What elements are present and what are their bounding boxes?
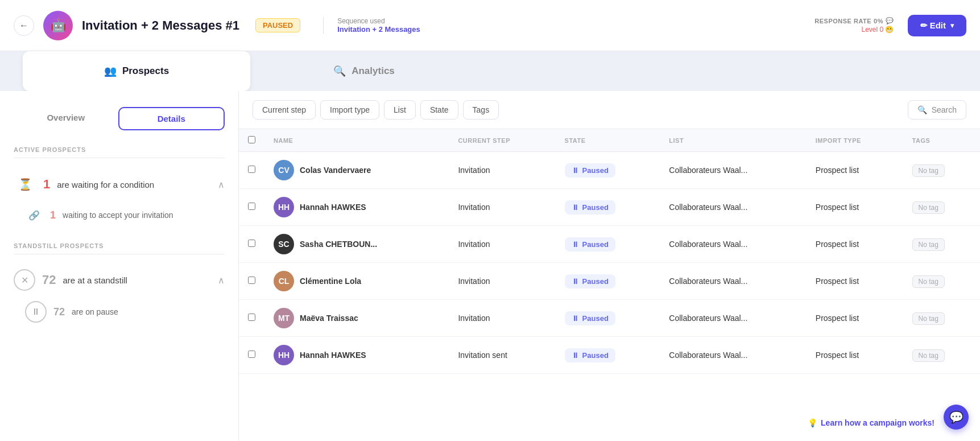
tag-badge: No tag <box>912 312 945 325</box>
row-checkbox[interactable] <box>248 351 255 358</box>
row-checkbox-cell[interactable] <box>239 300 264 337</box>
row-checkbox-cell[interactable] <box>239 263 264 300</box>
filter-list[interactable]: List <box>384 100 416 119</box>
row-tags: No tag <box>903 189 980 226</box>
col-name: NAME <box>264 129 449 152</box>
state-badge: ⏸ Paused <box>565 163 615 178</box>
row-current-step: Invitation <box>449 263 555 300</box>
filter-state[interactable]: State <box>420 100 458 119</box>
row-checkbox[interactable] <box>248 166 255 173</box>
sequence-info: Sequence used Invitation + 2 Messages <box>323 17 420 34</box>
row-checkbox[interactable] <box>248 203 255 210</box>
filter-import-type[interactable]: Import type <box>320 100 379 119</box>
table-row: HH Hannah HAWKES Invitation ⏸ Paused Col… <box>239 189 980 226</box>
search-box[interactable]: 🔍 Search <box>908 100 966 119</box>
select-all-header <box>239 129 264 152</box>
prospect-avatar: CL <box>274 271 294 291</box>
header: ← 🤖 Invitation + 2 Messages #1 PAUSED Se… <box>0 0 980 51</box>
expand-active-icon[interactable]: ∧ <box>218 179 225 190</box>
search-placeholder: Search <box>932 105 957 114</box>
row-checkbox[interactable] <box>248 277 255 284</box>
prospect-avatar: HH <box>274 197 294 217</box>
state-badge: ⏸ Paused <box>565 200 615 215</box>
edit-label: ✏ Edit <box>920 20 946 31</box>
row-checkbox-cell[interactable] <box>239 226 264 263</box>
filter-tags[interactable]: Tags <box>463 100 499 119</box>
row-tags: No tag <box>903 300 980 337</box>
row-list: Collaborateurs Waal... <box>660 337 807 374</box>
prospect-avatar: CV <box>274 160 294 180</box>
row-list: Collaborateurs Waal... <box>660 152 807 189</box>
tab-prospects[interactable]: 👥 Prospects <box>23 51 250 91</box>
row-checkbox-cell[interactable] <box>239 189 264 226</box>
table-row: SC Sasha CHETBOUN... Invitation ⏸ Paused… <box>239 226 980 263</box>
row-name: HH Hannah HAWKES <box>264 189 449 226</box>
row-tags: No tag <box>903 337 980 374</box>
pause-icon: ⏸ <box>572 240 579 249</box>
response-rate-level: Level 0 😬 <box>814 26 894 34</box>
state-badge: ⏸ Paused <box>565 237 615 252</box>
sequence-link[interactable]: Invitation + 2 Messages <box>337 25 420 34</box>
standstill-text: are at a standstill <box>63 275 127 285</box>
active-condition-row: ⏳ 1 are waiting for a condition ∧ <box>14 167 225 201</box>
row-name: MT Maëva Traissac <box>264 300 449 337</box>
standstill-title: STANDSTILL PROSPECTS <box>14 242 225 254</box>
row-state: ⏸ Paused <box>556 226 660 263</box>
table-header-row: NAME CURRENT STEP STATE LIST IMPORT TYPE… <box>239 129 980 152</box>
edit-button[interactable]: ✏ Edit ▾ <box>908 15 967 36</box>
prospect-name: Clémentine Lola <box>300 277 361 286</box>
back-button[interactable]: ← <box>14 15 34 36</box>
row-list: Collaborateurs Waal... <box>660 263 807 300</box>
pause-count: 72 <box>53 306 65 318</box>
row-state: ⏸ Paused <box>556 300 660 337</box>
active-condition-text: are waiting for a condition <box>57 180 154 189</box>
bulb-icon: 💡 <box>808 418 817 427</box>
prospect-name: Maëva Traissac <box>300 314 358 323</box>
row-checkbox-cell[interactable] <box>239 152 264 189</box>
learn-link[interactable]: 💡 Learn how a campaign works! <box>808 418 934 427</box>
row-list: Collaborateurs Waal... <box>660 300 807 337</box>
row-import-type: Prospect list <box>807 226 903 263</box>
tab-analytics[interactable]: 🔍 Analytics <box>250 51 478 91</box>
row-tags: No tag <box>903 152 980 189</box>
search-icon: 🔍 <box>917 105 927 114</box>
active-sub-count: 1 <box>50 209 56 221</box>
row-import-type: Prospect list <box>807 152 903 189</box>
tab-details[interactable]: Details <box>118 107 225 130</box>
row-checkbox[interactable] <box>248 314 255 321</box>
filter-current-step[interactable]: Current step <box>253 100 316 119</box>
row-state: ⏸ Paused <box>556 189 660 226</box>
row-tags: No tag <box>903 263 980 300</box>
row-state: ⏸ Paused <box>556 337 660 374</box>
chat-button[interactable]: 💬 <box>944 405 969 430</box>
tab-overview[interactable]: Overview <box>14 107 118 130</box>
x-icon: ✕ <box>14 269 35 291</box>
prospect-name: Hannah HAWKES <box>300 351 366 360</box>
col-list: LIST <box>660 129 807 152</box>
state-badge: ⏸ Paused <box>565 348 615 362</box>
tag-badge: No tag <box>912 201 945 214</box>
response-rate-label: RESPONSE RATE 0% 💬 <box>814 17 894 24</box>
row-list: Collaborateurs Waal... <box>660 226 807 263</box>
response-rate-block: RESPONSE RATE 0% 💬 Level 0 😬 <box>814 17 894 34</box>
active-sub-row: 🔗 1 waiting to accept your invitation <box>14 201 225 229</box>
state-badge: ⏸ Paused <box>565 274 615 288</box>
col-current-step: CURRENT STEP <box>449 129 555 152</box>
row-checkbox[interactable] <box>248 240 255 247</box>
col-tags: TAGS <box>903 129 980 152</box>
active-sub-text: waiting to accept your invitation <box>63 211 173 220</box>
row-current-step: Invitation <box>449 226 555 263</box>
row-checkbox-cell[interactable] <box>239 337 264 374</box>
prospect-avatar: HH <box>274 345 294 365</box>
row-state: ⏸ Paused <box>556 152 660 189</box>
row-current-step: Invitation sent <box>449 337 555 374</box>
prospect-name: Hannah HAWKES <box>300 203 366 212</box>
sidebar: Overview Details ACTIVE PROSPECTS ⏳ 1 ar… <box>0 91 239 441</box>
select-all-checkbox[interactable] <box>248 136 255 143</box>
expand-standstill-icon[interactable]: ∧ <box>218 275 225 286</box>
row-state: ⏸ Paused <box>556 263 660 300</box>
row-current-step: Invitation <box>449 189 555 226</box>
prospect-name: Sasha CHETBOUN... <box>300 240 377 249</box>
chevron-down-icon: ▾ <box>950 22 954 30</box>
row-name: CL Clémentine Lola <box>264 263 449 300</box>
